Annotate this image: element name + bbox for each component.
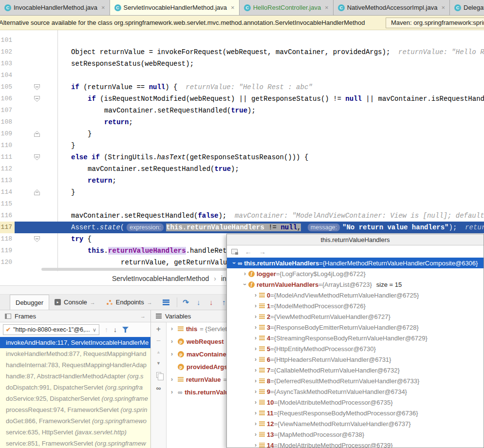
watch-node[interactable]: ›11 = {RequestResponseBodyMethodProcesso…	[227, 408, 484, 418]
chevron-collapsed-icon[interactable]: ›	[242, 270, 248, 277]
code-text[interactable]: Assert.state(expression:this.returnValue…	[57, 222, 484, 233]
frame-row[interactable]: processRequest:974, FrameworkServlet (or…	[0, 404, 150, 415]
editor-tab[interactable]: CServletInvocableHandlerMethod.java×	[110, 0, 240, 15]
menu-icon[interactable]	[163, 299, 169, 305]
line-number[interactable]: 104	[0, 70, 15, 81]
inspect-icon[interactable]	[231, 249, 238, 254]
editor-tab[interactable]: CDelegatingMe	[450, 0, 484, 15]
gutter[interactable]	[15, 116, 57, 128]
line-number[interactable]: 118	[0, 233, 15, 245]
chevron-collapsed-icon[interactable]: ›	[252, 313, 259, 320]
watch-node[interactable]: ›freturnValueHandlers = {ArrayList@6723}…	[227, 279, 484, 290]
gutter[interactable]	[15, 163, 57, 175]
gutter[interactable]	[15, 222, 57, 233]
fold-marker-icon[interactable]	[34, 96, 40, 102]
fold-marker-icon[interactable]	[34, 236, 40, 242]
gutter[interactable]	[15, 233, 57, 245]
line-number[interactable]: 109	[0, 128, 15, 140]
chevron-collapsed-icon[interactable]: ›	[252, 335, 259, 341]
chevron-collapsed-icon[interactable]: ›	[252, 302, 259, 309]
horizontal-scrollbar[interactable]	[41, 268, 226, 271]
gutter[interactable]	[15, 70, 57, 81]
frame-row[interactable]: doGet:866, FrameworkServlet (org.springf…	[0, 415, 150, 427]
back-icon[interactable]: ←	[245, 248, 252, 256]
close-icon[interactable]: ×	[231, 4, 235, 11]
duplicate-icon[interactable]	[156, 372, 161, 378]
fold-marker-icon[interactable]	[34, 131, 40, 137]
watch-node[interactable]: ›4 = {StreamingResponseBodyReturnValueHa…	[227, 333, 484, 343]
line-number[interactable]: 116	[0, 210, 15, 222]
chevron-collapsed-icon[interactable]: ›	[168, 351, 175, 357]
add-watch-icon[interactable]: +	[156, 326, 161, 332]
close-icon[interactable]: ×	[101, 4, 105, 11]
chevron-collapsed-icon[interactable]: ›	[252, 420, 259, 427]
line-number[interactable]: 120	[0, 257, 15, 268]
chevron-collapsed-icon[interactable]: ›	[168, 376, 175, 383]
chevron-collapsed-icon[interactable]: ›	[252, 410, 259, 416]
variable-row[interactable]: ›∞this.returnValu	[167, 386, 226, 398]
watch-node[interactable]: ›12 = {ViewNameMethodReturnValueHandler@…	[227, 418, 484, 429]
force-step-into-icon[interactable]: ↓	[205, 298, 218, 306]
frame-row[interactable]: invokeHandlerMethod:877, RequestMappingH…	[0, 348, 150, 359]
watch-node[interactable]: ›3 = {ResponseBodyEmitterReturnValueHand…	[227, 322, 484, 333]
line-number[interactable]: 103	[0, 58, 15, 70]
choose-sources-button[interactable]: Maven: org.springframework:sprin	[386, 18, 484, 28]
filter-icon[interactable]	[122, 327, 129, 333]
watch-node[interactable]: ›14 = {ModelAttributeMethodProcessor@673…	[227, 440, 484, 448]
line-number[interactable]: 108	[0, 116, 15, 128]
watch-node[interactable]: ›10 = {ModelAttributeMethodProcessor@673…	[227, 397, 484, 408]
popup-title[interactable]: this.returnValueHandlers	[227, 234, 484, 245]
chevron-collapsed-icon[interactable]: ›	[252, 399, 259, 406]
chevron-collapsed-icon[interactable]: ›	[252, 442, 259, 448]
gutter[interactable]	[15, 128, 57, 140]
thread-selector[interactable]: ✔ "http-nio-8080-exec-1"@6,... ∨	[3, 324, 99, 335]
code-text[interactable]: }	[57, 128, 484, 140]
chevron-expanded-icon[interactable]: ›	[231, 260, 238, 266]
code-text[interactable]: return;	[57, 116, 484, 128]
chevron-collapsed-icon[interactable]: ›	[252, 356, 259, 363]
gutter[interactable]	[15, 198, 57, 210]
chevron-collapsed-icon[interactable]: ›	[252, 324, 259, 331]
chevron-collapsed-icon[interactable]: ›	[252, 377, 259, 384]
watch-node[interactable]: ›13 = {MapMethodProcessor@6738}	[227, 429, 484, 440]
gutter[interactable]	[15, 257, 57, 268]
frames-header[interactable]: Frames →	[0, 310, 151, 322]
chevron-collapsed-icon[interactable]: ›	[168, 338, 175, 345]
code-text[interactable]	[57, 198, 484, 210]
watch-node[interactable]: ›6 = {HttpHeadersReturnValueHandler@6731…	[227, 354, 484, 365]
fold-marker-icon[interactable]	[34, 154, 40, 160]
line-number[interactable]: 113	[0, 175, 15, 187]
frame-row[interactable]: doDispatch:991, DispatcherServlet (org.s…	[0, 382, 150, 393]
code-text[interactable]: mavContainer.setRequestHandled(true);	[57, 105, 484, 116]
editor-tab[interactable]: CNativeMethodAccessorImpl.java×	[334, 0, 450, 15]
gutter[interactable]	[15, 105, 57, 116]
frame-row[interactable]: doService:925, DispatcherServlet (org.sp…	[0, 393, 150, 404]
frame-row[interactable]: service:635, HttpServlet (javax.servlet.…	[0, 427, 150, 438]
gutter[interactable]	[15, 151, 57, 163]
line-number[interactable]: 102	[0, 46, 15, 58]
code-text[interactable]: return;	[57, 175, 484, 187]
watches-icon[interactable]: ∞	[156, 384, 161, 392]
step-into-icon[interactable]: ↓	[192, 298, 205, 306]
next-frame-icon[interactable]: ↓	[113, 326, 117, 334]
line-number[interactable]: 107	[0, 105, 15, 116]
line-number[interactable]: 111	[0, 151, 15, 163]
move-down-icon[interactable]: ▼	[156, 361, 161, 366]
gutter[interactable]	[15, 245, 57, 257]
code-text[interactable]: mavContainer.setRequestHandled(false); m…	[57, 210, 484, 222]
code-text[interactable]: setResponseStatus(webRequest);	[57, 58, 484, 70]
previous-frame-icon[interactable]: ↑	[105, 326, 108, 334]
remove-watch-icon[interactable]: −	[156, 338, 161, 343]
gutter[interactable]	[15, 35, 57, 46]
tab-debugger[interactable]: Debugger	[10, 295, 49, 310]
pin-icon[interactable]: →	[140, 313, 146, 319]
gutter[interactable]	[15, 81, 57, 93]
line-number[interactable]: 114	[0, 187, 15, 198]
watch-node[interactable]: ›9 = {AsyncTaskMethodReturnValueHandler@…	[227, 386, 484, 397]
line-number[interactable]: 106	[0, 93, 15, 105]
watch-node[interactable]: ›1 = {ModelMethodProcessor@6726}	[227, 300, 484, 311]
fold-marker-icon[interactable]	[34, 189, 40, 195]
move-up-icon[interactable]: ▲	[156, 350, 161, 355]
line-number[interactable]: 119	[0, 245, 15, 257]
variable-row[interactable]: ›returnValue =	[167, 373, 226, 386]
